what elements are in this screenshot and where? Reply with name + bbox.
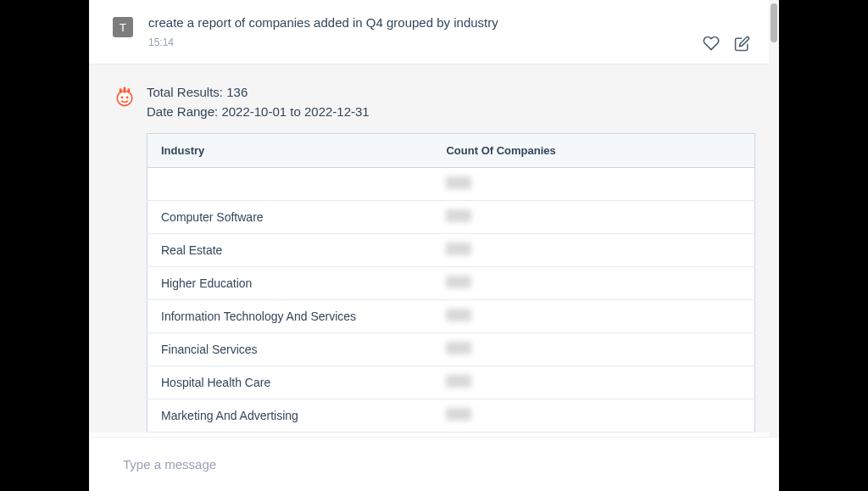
table-header-row: Industry Count Of Companies (147, 134, 755, 168)
redacted-value (446, 375, 471, 388)
date-range-value: 2022-10-01 to 2022-12-31 (221, 104, 369, 119)
date-range-line: Date Range: 2022-10-01 to 2022-12-31 (147, 103, 755, 122)
table-row: Higher Education (147, 267, 755, 300)
bot-message-body: Total Results: 136 Date Range: 2022-10-0… (147, 83, 755, 432)
scrollbar-track[interactable] (769, 0, 779, 437)
user-message-timestamp: 15:14 (148, 36, 498, 48)
content: T create a report of companies added in … (89, 0, 779, 437)
bot-message: Total Results: 136 Date Range: 2022-10-0… (89, 64, 779, 432)
cell-industry: Information Technology And Services (147, 300, 433, 333)
table-row: Information Technology And Services (147, 300, 755, 333)
table-row: Marketing And Advertising (147, 399, 755, 432)
svg-rect-2 (124, 87, 126, 93)
redacted-value (446, 408, 471, 421)
redacted-value (446, 209, 471, 222)
total-results-label: Total Results: (147, 85, 223, 99)
user-avatar: T (113, 17, 133, 37)
message-input[interactable] (123, 457, 745, 471)
redacted-value (446, 342, 471, 354)
table-row: Hospital Health Care (147, 366, 755, 399)
heart-icon[interactable] (703, 35, 720, 52)
total-results-line: Total Results: 136 (147, 83, 755, 103)
table-row (147, 168, 755, 201)
cell-industry: Real Estate (147, 234, 433, 267)
total-results-value: 136 (226, 85, 248, 99)
redacted-value (446, 309, 471, 321)
bot-avatar-icon (113, 85, 136, 109)
table-row: Real Estate (147, 234, 755, 267)
cell-count (432, 399, 754, 432)
cell-industry: Computer Software (147, 201, 433, 234)
svg-rect-3 (128, 88, 131, 92)
svg-point-4 (120, 96, 123, 98)
edit-icon[interactable] (733, 35, 750, 52)
chat-window: T create a report of companies added in … (89, 0, 779, 491)
scroll-area: T create a report of companies added in … (89, 0, 779, 437)
cell-industry (147, 168, 433, 201)
cell-count (432, 201, 754, 234)
user-message-text: create a report of companies added in Q4… (148, 15, 498, 30)
message-actions (703, 35, 750, 52)
message-composer (89, 437, 779, 491)
svg-rect-1 (120, 88, 122, 92)
svg-point-5 (126, 96, 129, 98)
redacted-value (446, 176, 471, 189)
redacted-value (446, 243, 471, 255)
col-header-industry: Industry (147, 134, 433, 168)
user-message-body: create a report of companies added in Q4… (148, 15, 498, 48)
cell-industry: Higher Education (147, 267, 433, 300)
cell-count (432, 300, 754, 333)
redacted-value (446, 276, 471, 288)
col-header-count: Count Of Companies (432, 134, 754, 168)
cell-industry: Marketing And Advertising (147, 399, 433, 432)
user-message: T create a report of companies added in … (89, 0, 779, 64)
cell-industry: Hospital Health Care (147, 366, 433, 399)
cell-count (432, 267, 754, 300)
scrollbar-thumb[interactable] (771, 3, 777, 42)
cell-industry: Financial Services (147, 333, 433, 366)
cell-count (432, 168, 754, 201)
date-range-label: Date Range: (147, 104, 218, 119)
avatar-letter: T (120, 21, 126, 34)
cell-count (432, 333, 754, 366)
cell-count (432, 366, 754, 399)
table-row: Computer Software (147, 201, 755, 234)
cell-count (432, 234, 754, 267)
table-row: Financial Services (147, 333, 755, 366)
results-table: Industry Count Of Companies Computer Sof… (147, 133, 755, 432)
